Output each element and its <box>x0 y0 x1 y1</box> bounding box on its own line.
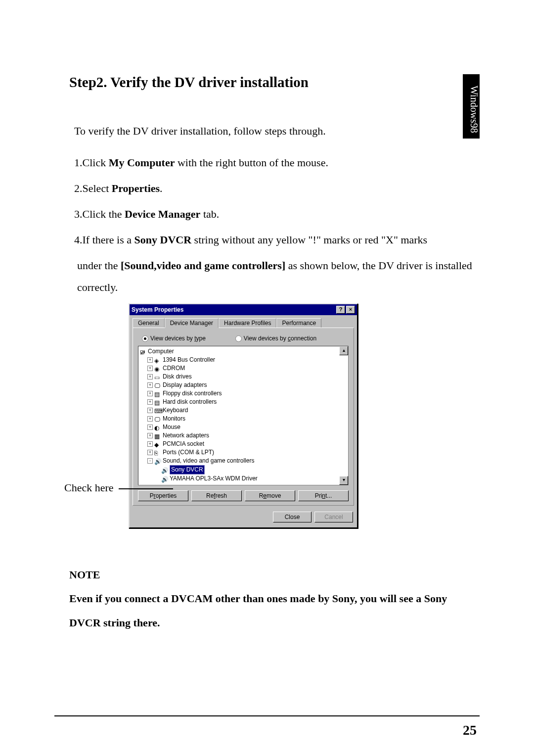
close-button[interactable]: × <box>346 306 355 314</box>
step-1: 1.Click My Computer with the right butto… <box>74 152 480 174</box>
radio-view-by-type[interactable]: View devices by type <box>142 335 206 342</box>
check-here-leader-line <box>119 488 173 489</box>
tree-item[interactable]: +◆PCMCIA socket <box>139 440 347 448</box>
expand-icon[interactable]: + <box>147 399 153 405</box>
tab-device-manager[interactable]: Device Manager <box>165 318 219 328</box>
radio-icon <box>235 335 242 342</box>
close-dialog-button[interactable]: Close <box>273 512 312 522</box>
ports-icon: ⎘ <box>154 449 161 456</box>
mouse-icon: ◐ <box>154 424 161 431</box>
keyboard-icon: ⌨ <box>154 407 161 414</box>
radio-icon <box>142 335 148 342</box>
floppy-icon: ▤ <box>154 390 161 397</box>
sound-icon: 🔊 <box>161 467 168 473</box>
tab-general[interactable]: General <box>133 318 165 328</box>
tree-item[interactable]: +🖵Monitors <box>139 415 347 423</box>
cancel-button: Cancel <box>314 512 353 522</box>
tree-item[interactable]: +▭Disk drives <box>139 373 347 381</box>
tab-panel: View devices by type View devices by con… <box>133 328 354 506</box>
step-4-line2: under the [Sound,video and game controll… <box>77 255 480 298</box>
tab-performance[interactable]: Performance <box>276 318 321 328</box>
step-2: 2.Select Properties. <box>74 178 480 199</box>
system-properties-dialog: System Properties ? × General Device Man… <box>129 303 358 528</box>
expand-icon[interactable]: + <box>147 425 153 430</box>
disk-icon: ▭ <box>154 374 161 380</box>
scroll-down-button[interactable]: ▾ <box>339 476 348 485</box>
tree-item[interactable]: +⌨Keyboard <box>139 406 347 415</box>
sound-icon: 🔊 <box>154 458 161 465</box>
tabs-row: General Device Manager Hardware Profiles… <box>133 318 354 328</box>
side-tab-windows98: Windows98 <box>463 74 480 139</box>
expand-icon[interactable]: + <box>147 374 153 379</box>
page-number: 25 <box>463 722 477 738</box>
expand-icon[interactable]: + <box>147 382 153 388</box>
step-3: 3.Click the Device Manager tab. <box>74 203 480 225</box>
tree-item-sound[interactable]: -🔊Sound, video and game controllers <box>139 457 347 465</box>
pcmcia-icon: ◆ <box>154 441 161 448</box>
expand-icon[interactable]: + <box>147 408 153 413</box>
dialog-titlebar: System Properties ? × <box>130 304 357 315</box>
note-body: Even if you connect a DVCAM other than o… <box>69 587 480 635</box>
tree-item[interactable]: +🖵Display adapters <box>139 381 347 389</box>
tree-item[interactable]: +▤Floppy disk controllers <box>139 389 347 398</box>
help-button[interactable]: ? <box>336 306 345 314</box>
footer-rule <box>54 715 480 716</box>
tree-item-sony-dvcr[interactable]: 🔊Sony DVCR <box>139 465 347 474</box>
page-heading: Step2. Verify the DV driver installation <box>69 74 480 91</box>
tree-item[interactable]: +▦Network adapters <box>139 431 347 440</box>
dialog-title: System Properties <box>132 306 183 313</box>
tab-hardware-profiles[interactable]: Hardware Profiles <box>219 318 276 328</box>
tree-item[interactable]: +◈1394 Bus Controller <box>139 356 347 364</box>
cdrom-icon: ◉ <box>154 365 161 372</box>
tree-root-computer[interactable]: 🖳 Computer <box>139 347 347 356</box>
expand-icon[interactable]: + <box>147 441 153 447</box>
hdd-icon: ▤ <box>154 399 161 406</box>
refresh-button[interactable]: Refresh <box>191 490 242 501</box>
tree-item[interactable]: +⎘Ports (COM & LPT) <box>139 448 347 457</box>
network-icon: ▦ <box>154 432 161 439</box>
tree-item[interactable]: +◐Mouse <box>139 423 347 431</box>
device-tree[interactable]: ▴ ▾ 🖳 Computer +◈1394 Bus Controller +◉C… <box>138 346 349 485</box>
properties-button[interactable]: Properties <box>138 490 188 501</box>
sound-icon: 🔊 <box>161 475 168 482</box>
monitor-icon: 🖵 <box>154 416 161 423</box>
device-icon: ◈ <box>154 357 161 364</box>
expand-icon[interactable]: + <box>147 416 153 422</box>
scroll-up-button[interactable]: ▴ <box>339 346 348 355</box>
expand-icon[interactable]: + <box>147 366 153 371</box>
print-button[interactable]: Print... <box>298 490 349 501</box>
check-here-label: Check here <box>64 481 114 494</box>
tree-item-yamaha[interactable]: 🔊YAMAHA OPL3-SAx WDM Driver <box>139 474 347 483</box>
intro-text: To verify the DV driver installation, fo… <box>74 120 480 142</box>
remove-button[interactable]: Remove <box>245 490 295 501</box>
expand-icon[interactable]: + <box>147 357 153 363</box>
expand-icon[interactable]: + <box>147 391 153 396</box>
step-4-line1: 4.If there is a Sony DVCR string without… <box>74 229 480 251</box>
tree-item[interactable]: +◉CDROM <box>139 364 347 373</box>
display-icon: 🖵 <box>154 382 161 389</box>
computer-icon: 🖳 <box>139 348 146 355</box>
expand-icon[interactable]: + <box>147 450 153 455</box>
collapse-icon[interactable]: - <box>147 458 153 464</box>
tree-item[interactable]: +▤Hard disk controllers <box>139 398 347 406</box>
radio-view-by-connection[interactable]: View devices by connection <box>235 335 316 342</box>
note-label: NOTE <box>69 563 480 587</box>
expand-icon[interactable]: + <box>147 433 153 438</box>
